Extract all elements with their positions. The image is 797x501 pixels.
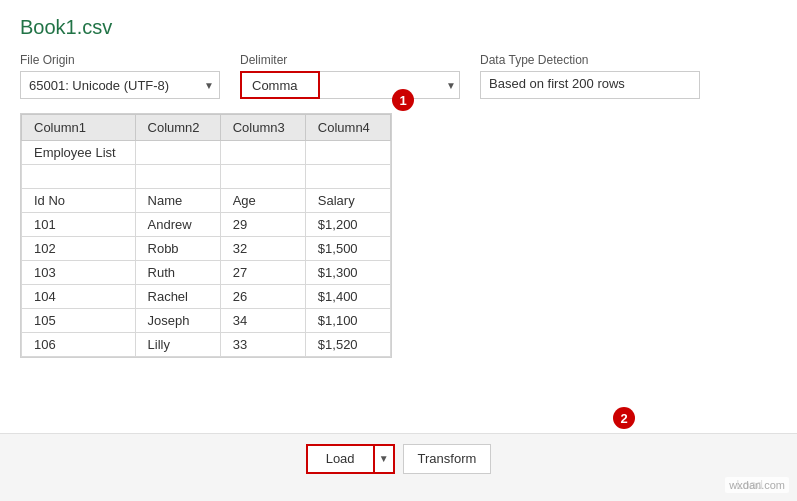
table-cell: Salary bbox=[305, 189, 390, 213]
table-cell: Rachel bbox=[135, 285, 220, 309]
table-cell: Age bbox=[220, 189, 305, 213]
table-cell bbox=[220, 141, 305, 165]
table-cell: Employee List bbox=[22, 141, 136, 165]
table-cell: 101 bbox=[22, 213, 136, 237]
data-type-group: Data Type Detection Based on first 200 r… bbox=[480, 53, 700, 99]
table-cell bbox=[135, 165, 220, 189]
delimiter-select[interactable] bbox=[320, 71, 460, 99]
badge-2: 2 bbox=[613, 407, 635, 429]
delimiter-group: Delimiter Comma ▼ bbox=[240, 53, 460, 99]
table-cell: Joseph bbox=[135, 309, 220, 333]
data-type-input: Based on first 200 rows bbox=[480, 71, 700, 99]
watermark: wxdan.com bbox=[725, 477, 789, 493]
table-cell: 104 bbox=[22, 285, 136, 309]
table-cell: 32 bbox=[220, 237, 305, 261]
table-row: 106Lilly33$1,520 bbox=[22, 333, 391, 357]
delimiter-input-wrapper: Comma ▼ bbox=[240, 71, 460, 99]
delimiter-text-box[interactable]: Comma bbox=[240, 71, 320, 99]
table-cell bbox=[22, 165, 136, 189]
bottom-buttons: Load ▼ Transform bbox=[306, 444, 492, 474]
table-cell: $1,520 bbox=[305, 333, 390, 357]
table-cell: $1,400 bbox=[305, 285, 390, 309]
table-row: Employee List bbox=[22, 141, 391, 165]
col3-header: Column3 bbox=[220, 115, 305, 141]
table-row: 104Rachel26$1,400 bbox=[22, 285, 391, 309]
table-cell bbox=[220, 165, 305, 189]
table-cell: Name bbox=[135, 189, 220, 213]
table-row: 102Robb32$1,500 bbox=[22, 237, 391, 261]
table-cell: Robb bbox=[135, 237, 220, 261]
preview-table: Column1 Column2 Column3 Column4 Employee… bbox=[21, 114, 391, 357]
table-cell: $1,200 bbox=[305, 213, 390, 237]
table-cell: $1,500 bbox=[305, 237, 390, 261]
table-cell: Id No bbox=[22, 189, 136, 213]
main-container: Book1.csv File Origin 65001: Unicode (UT… bbox=[0, 0, 797, 501]
table-header-row: Column1 Column2 Column3 Column4 bbox=[22, 115, 391, 141]
table-cell: 29 bbox=[220, 213, 305, 237]
bottom-bar: Load ▼ Transform Load bbox=[0, 433, 797, 501]
table-row: Id NoNameAgeSalary bbox=[22, 189, 391, 213]
table-cell bbox=[305, 141, 390, 165]
file-origin-group: File Origin 65001: Unicode (UTF-8) ▼ bbox=[20, 53, 220, 99]
transform-button[interactable]: Transform bbox=[403, 444, 492, 474]
load-button[interactable]: Load bbox=[306, 444, 375, 474]
table-cell: Ruth bbox=[135, 261, 220, 285]
col2-header: Column2 bbox=[135, 115, 220, 141]
table-row: 103Ruth27$1,300 bbox=[22, 261, 391, 285]
badge-1: 1 bbox=[392, 89, 414, 111]
delimiter-select-wrapper[interactable]: ▼ bbox=[320, 71, 460, 99]
table-cell bbox=[135, 141, 220, 165]
table-cell: 34 bbox=[220, 309, 305, 333]
file-origin-select-wrapper[interactable]: 65001: Unicode (UTF-8) ▼ bbox=[20, 71, 220, 99]
table-cell: 33 bbox=[220, 333, 305, 357]
load-btn-group: Load ▼ bbox=[306, 444, 395, 474]
delimiter-label: Delimiter bbox=[240, 53, 460, 67]
table-cell: 27 bbox=[220, 261, 305, 285]
table-row: 101Andrew29$1,200 bbox=[22, 213, 391, 237]
file-origin-select[interactable]: 65001: Unicode (UTF-8) bbox=[20, 71, 220, 99]
table-cell: 26 bbox=[220, 285, 305, 309]
table-cell: 103 bbox=[22, 261, 136, 285]
table-row bbox=[22, 165, 391, 189]
table-cell bbox=[305, 165, 390, 189]
table-cell: 102 bbox=[22, 237, 136, 261]
preview-table-wrapper: Column1 Column2 Column3 Column4 Employee… bbox=[20, 113, 392, 358]
file-title: Book1.csv bbox=[20, 16, 777, 39]
file-origin-label: File Origin bbox=[20, 53, 220, 67]
data-type-label: Data Type Detection bbox=[480, 53, 700, 67]
table-cell: Lilly bbox=[135, 333, 220, 357]
table-cell: $1,300 bbox=[305, 261, 390, 285]
table-cell: 105 bbox=[22, 309, 136, 333]
table-cell: $1,100 bbox=[305, 309, 390, 333]
col4-header: Column4 bbox=[305, 115, 390, 141]
table-row: 105Joseph34$1,100 bbox=[22, 309, 391, 333]
load-dropdown-arrow[interactable]: ▼ bbox=[375, 444, 395, 474]
col1-header: Column1 bbox=[22, 115, 136, 141]
table-cell: Andrew bbox=[135, 213, 220, 237]
table-cell: 106 bbox=[22, 333, 136, 357]
